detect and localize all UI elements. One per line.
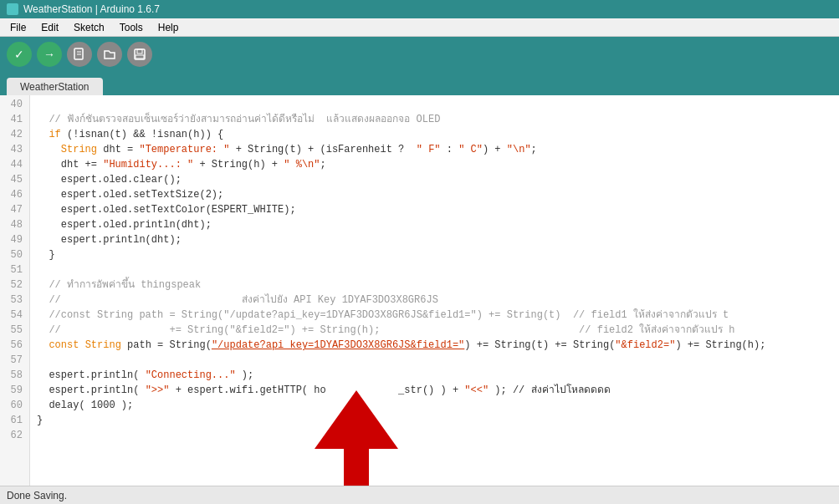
code-line-46: espert.oled.setTextSize(2); (37, 187, 832, 202)
menu-tools[interactable]: Tools (113, 20, 150, 35)
svg-rect-3 (135, 49, 145, 59)
code-line-50: } (37, 247, 832, 262)
menu-bar: File Edit Sketch Tools Help (0, 18, 839, 37)
svg-rect-5 (136, 55, 144, 59)
menu-edit[interactable]: Edit (34, 20, 65, 35)
code-line-60: delay( 1000 ); (37, 398, 832, 413)
code-line-40 (37, 97, 832, 112)
code-line-57 (37, 353, 832, 368)
code-line-41: // ฟังก์ชันตรวจสอบเซ็นเซอร์ว่ายังสามารถอ… (37, 112, 832, 127)
menu-file[interactable]: File (3, 20, 33, 35)
save-button[interactable] (127, 42, 152, 67)
menu-sketch[interactable]: Sketch (67, 20, 111, 35)
window-title: WeatherStation | Arduino 1.6.7 (23, 3, 160, 15)
code-editor: 40 41 42 43 44 45 46 47 48 49 50 51 52 5… (0, 95, 839, 486)
code-line-55: // += String("&field2=") += String(h); /… (37, 323, 832, 338)
new-button[interactable] (67, 42, 92, 67)
code-line-53: // ส่งค่าไปยัง API Key 1DYAF3DO3X8GR6JS (37, 293, 832, 308)
line-numbers: 40 41 42 43 44 45 46 47 48 49 50 51 52 5… (0, 95, 30, 486)
code-line-61: } (37, 413, 832, 428)
upload-button[interactable]: → (37, 42, 62, 67)
code-line-51 (37, 262, 832, 277)
open-button[interactable] (97, 42, 122, 67)
menu-help[interactable]: Help (151, 20, 186, 35)
code-line-56: const String path = String("/update?api_… (37, 338, 832, 353)
code-line-58: espert.println( "Connecting..." ); (37, 368, 832, 383)
toolbar: ✓ → (0, 37, 839, 72)
code-line-43: String dht = "Temperature: " + String(t)… (37, 142, 832, 157)
code-line-62 (37, 428, 832, 443)
code-line-52: // ทำการอัพค่าขึ้น thingspeak (37, 277, 832, 293)
app-icon (7, 3, 18, 15)
code-line-44: dht += "Humidity...: " + String(h) + " %… (37, 157, 832, 172)
status-text: Done Saving. (7, 490, 67, 501)
tab-bar: WeatherStation (0, 72, 839, 95)
code-line-47: espert.oled.setTextColor(ESPERT_WHITE); (37, 202, 832, 217)
code-line-42: if (!isnan(t) && !isnan(h)) { (37, 127, 832, 142)
code-line-49: espert.println(dht); (37, 232, 832, 247)
verify-button[interactable]: ✓ (7, 42, 32, 67)
code-line-48: espert.oled.println(dht); (37, 217, 832, 232)
code-line-59: espert.println( ">>" + espert.wifi.getHT… (37, 383, 832, 398)
code-line-45: espert.oled.clear(); (37, 172, 832, 187)
status-bar: Done Saving. (0, 486, 839, 504)
code-line-54: //const String path = String("/update?ap… (37, 308, 832, 323)
tab-weatherstation[interactable]: WeatherStation (7, 78, 103, 95)
code-lines[interactable]: // ฟังก์ชันตรวจสอบเซ็นเซอร์ว่ายังสามารถอ… (30, 95, 839, 486)
title-bar: WeatherStation | Arduino 1.6.7 (0, 0, 839, 18)
